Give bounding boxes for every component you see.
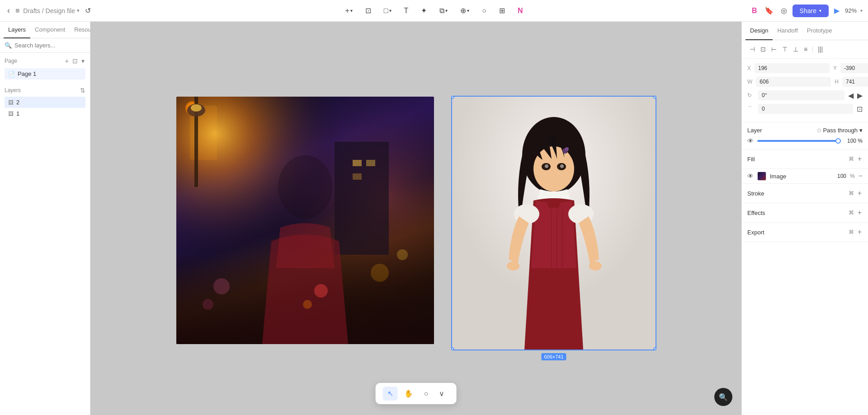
tab-layers[interactable]: Layers bbox=[4, 22, 30, 38]
y-input[interactable] bbox=[840, 63, 868, 73]
topbar-center: + ▾ ⊡ □ ▾ T ✦ ⧉ ▾ ⊕ ▾ ○ ⊞ N bbox=[341, 4, 526, 18]
fill-type-label[interactable]: Image bbox=[770, 173, 828, 180]
tab-design[interactable]: Design bbox=[745, 22, 773, 40]
crop-tool-button[interactable]: ⊞ bbox=[495, 4, 509, 18]
tab-component[interactable]: Component bbox=[30, 22, 70, 38]
svg-rect-7 bbox=[366, 160, 375, 166]
layer-item-1[interactable]: 🖼 1 bbox=[5, 108, 85, 119]
topbar-icon-target[interactable]: ◎ bbox=[779, 5, 789, 17]
svg-rect-6 bbox=[353, 160, 362, 166]
stroke-add-button[interactable]: + bbox=[857, 188, 863, 198]
distribute-button[interactable]: ||| bbox=[816, 44, 825, 55]
align-right-button[interactable]: ⊢ bbox=[769, 44, 779, 55]
layers-section: Layers ⇅ 🖼 2 🖼 1 bbox=[0, 83, 90, 415]
opacity-slider[interactable] bbox=[757, 140, 841, 142]
breadcrumb-drafts[interactable]: Drafts bbox=[23, 7, 40, 14]
align-left-button[interactable]: ⊣ bbox=[747, 44, 757, 55]
x-input[interactable] bbox=[755, 63, 830, 73]
layer-mode-selector[interactable]: Pass through ▾ bbox=[817, 127, 863, 134]
play-button[interactable]: ▶ bbox=[832, 5, 841, 17]
layer-name-1: 1 bbox=[16, 110, 19, 117]
more-tool-button[interactable]: ∨ bbox=[434, 387, 449, 401]
image-frame-left[interactable] bbox=[176, 97, 434, 344]
align-bottom-button[interactable]: ≡ bbox=[802, 44, 810, 55]
fill-add-button[interactable]: + bbox=[857, 154, 863, 164]
stroke-section-header: Stroke ⌘ + bbox=[742, 184, 868, 203]
layer-visibility-button[interactable]: 👁 bbox=[747, 137, 754, 145]
component-tool-button[interactable]: ⧉ ▾ bbox=[436, 4, 451, 18]
export-add-button[interactable]: + bbox=[857, 227, 863, 237]
frame-tool-button[interactable]: ⊡ bbox=[362, 4, 375, 18]
canvas-area[interactable]: 606×741 ↖ ✋ ○ ∨ 🔍 bbox=[90, 22, 741, 415]
share-button[interactable]: Share ▾ bbox=[793, 5, 829, 17]
search-icon: 🔍 bbox=[5, 42, 12, 49]
layers-sort-button[interactable]: ⇅ bbox=[80, 87, 85, 94]
breadcrumb-file[interactable]: Design file bbox=[46, 7, 75, 14]
svg-rect-8 bbox=[353, 173, 362, 180]
hand-tool-button[interactable]: ✋ bbox=[400, 387, 418, 401]
handle-bottom-right[interactable] bbox=[653, 347, 656, 350]
page-grid-button[interactable]: ⊡ bbox=[71, 56, 79, 65]
page-label: Page bbox=[5, 58, 17, 64]
flip-v-button[interactable]: ▶ bbox=[857, 91, 863, 100]
fill-shortcut-button[interactable]: ⌘ bbox=[848, 154, 855, 164]
layer-item-2[interactable]: 🖼 2 bbox=[5, 97, 85, 108]
export-shortcut-button[interactable]: ⌘ bbox=[848, 227, 855, 237]
export-title: Export bbox=[747, 229, 764, 236]
pen-tool-button[interactable]: ✦ bbox=[417, 4, 430, 18]
corner-row: ⌒ ⊡ bbox=[747, 104, 863, 114]
layers-label: Layers bbox=[5, 87, 21, 93]
align-top-button[interactable]: ⊤ bbox=[780, 44, 790, 55]
search-fab-button[interactable]: 🔍 bbox=[714, 388, 732, 406]
align-center-v-button[interactable]: ⊥ bbox=[791, 44, 801, 55]
svg-point-10 bbox=[314, 284, 328, 298]
tab-prototype[interactable]: Prototype bbox=[802, 22, 837, 40]
h-input[interactable] bbox=[842, 77, 868, 87]
sync-button[interactable]: ↺ bbox=[83, 5, 93, 17]
handle-top-right[interactable] bbox=[653, 97, 656, 99]
fill-remove-button[interactable]: − bbox=[859, 172, 863, 180]
breadcrumb-dropdown-icon[interactable]: ▾ bbox=[77, 8, 80, 14]
svg-point-21 bbox=[545, 164, 548, 168]
effects-shortcut-button[interactable]: ⌘ bbox=[848, 208, 855, 218]
circle-tool-button[interactable]: ○ bbox=[478, 4, 490, 18]
align-center-h-button[interactable]: ⊡ bbox=[758, 44, 768, 55]
stroke-shortcut-button[interactable]: ⌘ bbox=[848, 188, 855, 198]
topbar-icon-bookmark[interactable]: 🔖 bbox=[763, 5, 775, 17]
flip-h-button[interactable]: ◀ bbox=[848, 91, 854, 100]
text-tool-button[interactable]: T bbox=[401, 4, 412, 18]
page-add-button[interactable]: + bbox=[64, 56, 70, 65]
page-dropdown-button[interactable]: ▾ bbox=[80, 56, 85, 65]
shape-tool-button[interactable]: □ ▾ bbox=[380, 4, 395, 18]
rotation-input[interactable] bbox=[758, 90, 844, 100]
menu-button[interactable]: ≡ bbox=[15, 7, 19, 15]
layer-mode-label: Pass through bbox=[823, 127, 858, 134]
select-tool-button[interactable]: ↖ bbox=[383, 387, 398, 401]
fill-swatch[interactable] bbox=[757, 172, 766, 181]
corner-input[interactable] bbox=[758, 104, 853, 114]
page-item-1[interactable]: 📄 Page 1 bbox=[5, 68, 85, 79]
add-tool-button[interactable]: + ▾ bbox=[341, 4, 356, 18]
align-separator bbox=[812, 46, 813, 53]
layer-section: Layer Pass through ▾ 👁 100 % bbox=[742, 122, 868, 149]
comment-tool-button[interactable]: ○ bbox=[420, 387, 433, 401]
bool-tool-button[interactable]: ⊕ ▾ bbox=[457, 4, 473, 18]
svg-point-13 bbox=[397, 249, 408, 260]
image-frame-selected[interactable] bbox=[452, 97, 656, 350]
layer-icon-1: 🖼 bbox=[8, 111, 14, 117]
corner-mode-button[interactable]: ⊡ bbox=[857, 105, 863, 113]
fill-section-header: Fill ⌘ + bbox=[742, 149, 868, 169]
plugin-tool-button[interactable]: N bbox=[514, 4, 527, 18]
topbar-icon-b[interactable]: B bbox=[750, 5, 759, 17]
tab-handoff[interactable]: Handoff bbox=[773, 22, 802, 40]
rotation-row: ↻ ◀ ▶ bbox=[747, 90, 863, 100]
page-header: Page + ⊡ ▾ bbox=[5, 56, 85, 65]
search-input[interactable] bbox=[14, 42, 90, 49]
effects-add-button[interactable]: + bbox=[857, 208, 863, 218]
rotation-icon: ↻ bbox=[747, 92, 755, 98]
fill-visibility-button[interactable]: 👁 bbox=[747, 173, 754, 180]
zoom-label: 92% bbox=[845, 7, 857, 14]
w-input[interactable] bbox=[756, 77, 831, 87]
back-button[interactable]: ‹ bbox=[5, 4, 12, 17]
size-label: 606×741 bbox=[541, 353, 566, 360]
